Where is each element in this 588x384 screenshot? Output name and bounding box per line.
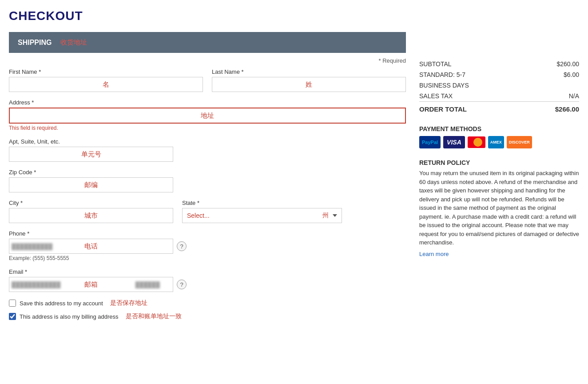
apt-input[interactable] (9, 147, 173, 162)
learn-more-link[interactable]: Learn more (419, 251, 579, 257)
payment-methods-title: PAYMENT METHODS (419, 125, 579, 132)
phone-example: Example: (555) 555-5555 (9, 255, 187, 261)
save-address-label[interactable]: Save this address to my account (20, 300, 103, 307)
subtotal-value: $260.00 (527, 59, 579, 69)
order-total-label: ORDER TOTAL (419, 102, 527, 115)
phone-help-button[interactable]: ? (177, 241, 187, 251)
phone-input[interactable] (9, 239, 173, 254)
shipping-label: STANDARD: 5-7 (419, 69, 527, 80)
email-input[interactable] (9, 277, 173, 292)
save-address-cn: 是否保存地址 (110, 299, 147, 307)
page-title: CHECKOUT (9, 9, 579, 23)
address-label: Address * (9, 99, 406, 106)
last-name-input[interactable] (212, 77, 406, 92)
amex-icon: AMEX (488, 136, 504, 148)
order-total-value: $266.00 (527, 102, 579, 115)
required-note: * Required (9, 57, 406, 64)
billing-same-checkbox[interactable] (9, 313, 16, 320)
billing-same-label[interactable]: This address is also my billing address (20, 313, 119, 320)
address-error: This field is required. (9, 125, 406, 131)
return-policy-title: RETURN POLICY (419, 159, 579, 166)
tax-label: SALES TAX (419, 91, 527, 102)
zip-input[interactable] (9, 177, 173, 192)
shipping-sub-label: BUSINESS DAYS (419, 80, 527, 91)
zip-label: Zip Code * (9, 169, 173, 176)
email-label: Email * (9, 268, 187, 275)
first-name-input[interactable] (9, 77, 203, 92)
mastercard-icon (468, 136, 485, 148)
return-policy-text: You may return the unused item in its or… (419, 169, 579, 247)
visa-icon: VISA (443, 136, 465, 148)
summary-table: SUBTOTAL $260.00 STANDARD: 5-7 $6.00 BUS… (419, 59, 579, 115)
billing-same-cn: 是否和账单地址一致 (126, 312, 182, 320)
shipping-form: SHIPPING 收货地址 * Required First Name * 名 … (9, 32, 406, 326)
save-address-checkbox[interactable] (9, 300, 16, 307)
state-label: State * (182, 200, 342, 206)
state-select[interactable]: Select... (182, 208, 342, 223)
tax-value: N/A (527, 91, 579, 102)
shipping-header: SHIPPING 收货地址 (9, 32, 406, 53)
order-summary: SUBTOTAL $260.00 STANDARD: 5-7 $6.00 BUS… (419, 32, 579, 257)
shipping-cn-label: 收货地址 (60, 38, 87, 47)
address-input[interactable] (9, 108, 406, 124)
last-name-label: Last Name * (212, 68, 406, 75)
paypal-icon: PayPal (419, 136, 441, 148)
apt-label: Apt, Suite, Unit, etc. (9, 138, 173, 145)
payment-icons: PayPal VISA AMEX DISCOVER (419, 136, 579, 148)
phone-label: Phone * (9, 230, 187, 237)
shipping-value: $6.00 (527, 69, 579, 80)
payment-methods-section: PAYMENT METHODS PayPal VISA AMEX DISCOVE… (419, 125, 579, 148)
shipping-label: SHIPPING (18, 39, 52, 47)
city-input[interactable] (9, 208, 173, 223)
return-policy-section: RETURN POLICY You may return the unused … (419, 159, 579, 257)
discover-icon: DISCOVER (507, 136, 532, 148)
city-label: City * (9, 200, 173, 206)
first-name-label: First Name * (9, 68, 203, 75)
subtotal-label: SUBTOTAL (419, 59, 527, 69)
email-help-button[interactable]: ? (177, 280, 187, 289)
